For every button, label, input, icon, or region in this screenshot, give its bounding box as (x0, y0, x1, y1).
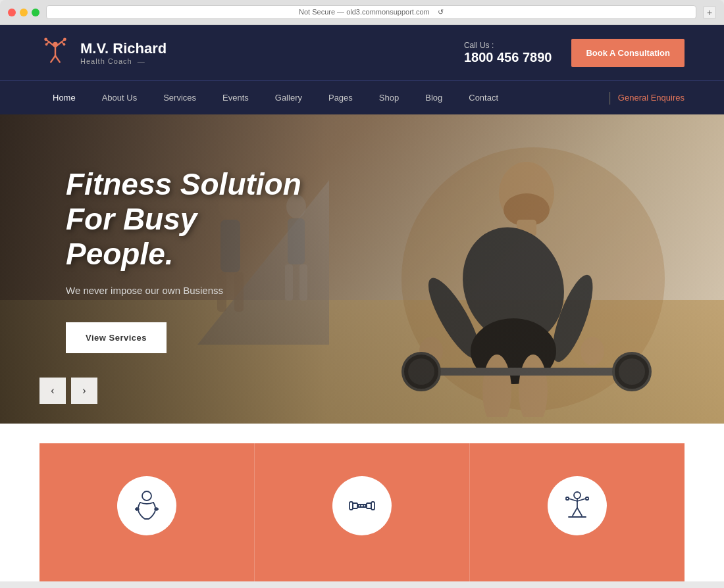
svg-line-52 (577, 499, 586, 501)
svg-point-10 (44, 37, 47, 41)
nav-item-events[interactable]: Events (209, 81, 262, 114)
nav-right: | General Enquires (602, 90, 685, 105)
svg-point-13 (63, 43, 66, 46)
svg-point-11 (63, 37, 66, 41)
view-services-button[interactable]: View Services (66, 322, 167, 353)
hero-content: Fitness Solution For Busy People. We nev… (0, 114, 369, 406)
svg-line-51 (569, 499, 577, 501)
prev-slide-button[interactable]: ‹ (39, 378, 66, 404)
brand-subtitle: Health Coach — (80, 57, 167, 65)
next-slide-button[interactable]: › (71, 378, 97, 404)
new-tab-button[interactable]: + (703, 6, 716, 19)
services-section (0, 424, 724, 581)
svg-line-8 (51, 56, 55, 62)
phone-number: 1800 456 7890 (464, 50, 552, 65)
svg-rect-42 (353, 503, 357, 508)
svg-point-49 (574, 492, 581, 499)
call-label: Call Us : (464, 41, 552, 50)
reload-icon[interactable]: ↺ (438, 8, 444, 16)
service-card-dumbbell (255, 443, 470, 581)
browser-chrome: Not Secure — old3.commonsupport.com ↺ + (0, 0, 724, 25)
svg-rect-53 (566, 497, 569, 500)
top-header: M.V. Richard Health Coach — Call Us : 18… (0, 25, 724, 80)
logo-icon (39, 37, 71, 68)
services-cards-container (39, 443, 685, 581)
slider-controls: ‹ › (39, 378, 97, 404)
logo-text: M.V. Richard Health Coach — (80, 40, 167, 65)
header-right: Call Us : 1800 456 7890 Book A Consultat… (464, 39, 685, 67)
close-traffic-light[interactable] (8, 9, 16, 16)
nav-item-pages[interactable]: Pages (315, 81, 366, 114)
svg-point-39 (142, 491, 151, 501)
book-consultation-button[interactable]: Book A Consultation (571, 39, 685, 67)
address-bar[interactable]: Not Secure — old3.commonsupport.com ↺ (46, 5, 696, 19)
svg-line-9 (55, 56, 60, 62)
svg-rect-44 (367, 503, 371, 508)
minimize-traffic-light[interactable] (20, 9, 28, 16)
service-card-body-shape (39, 443, 255, 581)
nav-item-home[interactable]: Home (39, 81, 89, 114)
body-shape-icon-circle (117, 476, 176, 535)
address-text: Not Secure — old3.commonsupport.com (299, 8, 430, 16)
dumbbell-icon-circle (332, 476, 392, 535)
maximize-traffic-light[interactable] (32, 9, 39, 16)
hero-section: Fitness Solution For Busy People. We nev… (0, 114, 724, 424)
hero-subtitle: We never impose our own Busienss (66, 285, 303, 296)
svg-rect-54 (586, 497, 588, 500)
traffic-lights (8, 9, 39, 16)
call-info: Call Us : 1800 456 7890 (464, 41, 552, 65)
nav-item-contact[interactable]: Contact (455, 81, 511, 114)
nav-links: Home About Us Services Events Gallery Pa… (39, 81, 511, 114)
fitness-person-icon-circle (548, 476, 607, 535)
brand-name: M.V. Richard (80, 40, 167, 57)
hero-title: Fitness Solution For Busy People. (66, 167, 303, 272)
svg-line-55 (573, 508, 577, 516)
service-card-fitness-person (470, 443, 685, 581)
body-shape-icon (130, 489, 163, 522)
fitness-person-icon (561, 489, 594, 522)
nav-item-services[interactable]: Services (150, 81, 209, 114)
logo-area: M.V. Richard Health Coach — (39, 37, 167, 68)
nav-item-blog[interactable]: Blog (412, 81, 455, 114)
svg-line-56 (577, 508, 582, 516)
nav-item-gallery[interactable]: Gallery (262, 81, 315, 114)
general-enquiries-link[interactable]: General Enquires (618, 93, 685, 103)
dumbbell-icon (346, 489, 378, 522)
website-container: M.V. Richard Health Coach — Call Us : 18… (0, 25, 724, 581)
navigation-bar: Home About Us Services Events Gallery Pa… (0, 80, 724, 114)
nav-item-about[interactable]: About Us (89, 81, 150, 114)
svg-point-12 (45, 43, 48, 46)
nav-divider: | (608, 90, 611, 105)
nav-item-shop[interactable]: Shop (366, 81, 412, 114)
